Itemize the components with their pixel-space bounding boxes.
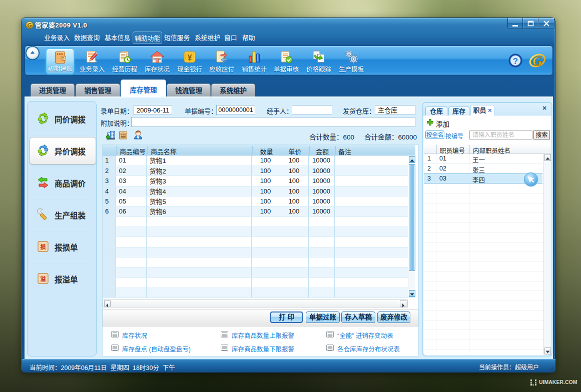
svg-text:G: G	[27, 22, 32, 29]
svg-text:¥: ¥	[188, 54, 192, 62]
svg-text:损: 损	[41, 242, 46, 250]
svg-text:溢: 溢	[41, 274, 46, 282]
svg-text:G: G	[532, 54, 542, 68]
svg-text:?: ?	[513, 56, 518, 66]
